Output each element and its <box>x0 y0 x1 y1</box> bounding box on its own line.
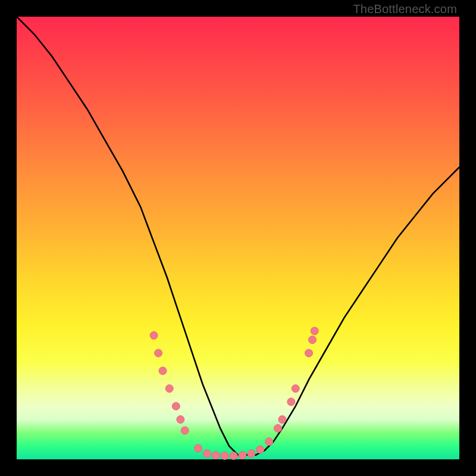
scatter-point <box>256 446 264 453</box>
scatter-point <box>203 450 211 458</box>
scatter-point <box>239 452 246 459</box>
scatter-point <box>287 398 295 406</box>
scatter-point <box>278 416 286 424</box>
scatter-group <box>150 327 318 460</box>
scatter-point <box>230 452 237 460</box>
scatter-point <box>172 402 180 410</box>
chart-svg <box>17 17 459 459</box>
scatter-point <box>195 444 202 452</box>
scatter-point <box>274 424 282 432</box>
scatter-point <box>150 331 158 339</box>
scatter-point <box>159 367 167 375</box>
scatter-point <box>248 450 255 458</box>
scatter-point <box>309 336 317 344</box>
scatter-point <box>311 327 318 335</box>
scatter-point <box>181 427 189 434</box>
scatter-point <box>305 349 313 357</box>
watermark-text: TheBottleneck.com <box>353 2 457 16</box>
scatter-point <box>265 438 273 446</box>
bottleneck-curve <box>17 17 459 455</box>
scatter-point <box>177 416 184 424</box>
scatter-point <box>221 452 228 460</box>
scatter-point <box>292 385 299 393</box>
scatter-point <box>212 452 220 459</box>
scatter-point <box>155 349 162 357</box>
scatter-point <box>165 385 173 393</box>
plot-area <box>17 17 459 459</box>
chart-frame: TheBottleneck.com <box>0 0 476 476</box>
